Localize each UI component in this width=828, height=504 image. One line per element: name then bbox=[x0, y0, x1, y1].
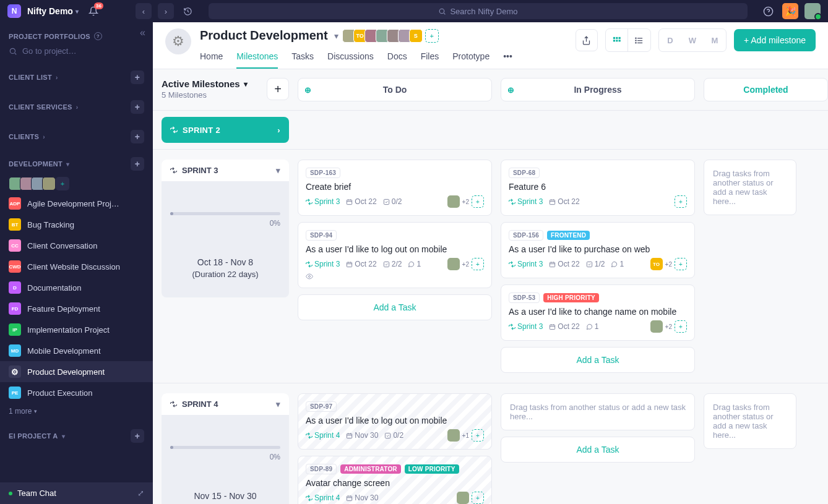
help-icon[interactable] bbox=[760, 3, 776, 19]
drop-zone[interactable]: Drag tasks from another status or add a … bbox=[704, 160, 796, 215]
project-item[interactable]: CCClient Conversation bbox=[0, 235, 153, 256]
svg-rect-17 bbox=[347, 262, 352, 267]
list-view-icon[interactable] bbox=[628, 29, 650, 51]
team-chat[interactable]: Team Chat⤢ bbox=[0, 482, 153, 504]
project-item[interactable]: ADPAgile Development Proj… bbox=[0, 193, 153, 214]
active-milestones-header[interactable]: Active Milestones ▾ 5 Milestones + bbox=[162, 78, 289, 100]
sidebar-section[interactable]: CLIENT SERVICES ›+ bbox=[0, 96, 153, 117]
tab-home[interactable]: Home bbox=[200, 48, 223, 69]
share-icon[interactable] bbox=[576, 29, 598, 51]
confetti-icon[interactable]: 🎉 bbox=[782, 3, 798, 19]
assign-icon[interactable]: + bbox=[675, 195, 687, 208]
drop-zone[interactable]: Drag tasks from another status or add a … bbox=[704, 393, 796, 449]
tab-milestones[interactable]: Milestones bbox=[236, 48, 278, 69]
show-more[interactable]: 1 more ▾ bbox=[0, 403, 153, 419]
task-card[interactable]: SDP-97 As a user I'd like to log out on … bbox=[298, 393, 492, 450]
grid-view-icon[interactable] bbox=[606, 29, 628, 51]
view-W[interactable]: W bbox=[681, 29, 704, 51]
svg-rect-6 bbox=[613, 40, 615, 41]
milestone-card[interactable]: SPRINT 4▾ 0% Nov 15 - Nov 30 bbox=[162, 393, 289, 504]
sidebar: « PROJECT PORTFOLIOS ? Go to project… CL… bbox=[0, 22, 153, 504]
svg-rect-24 bbox=[347, 434, 352, 438]
svg-rect-7 bbox=[616, 40, 618, 41]
task-card[interactable]: SDP-53HIGH PRIORITY As a user I'd like t… bbox=[501, 284, 695, 341]
add-project-icon[interactable]: + bbox=[131, 157, 144, 171]
add-milestone-icon[interactable]: + bbox=[267, 78, 289, 100]
add-person-icon[interactable]: ⊕ bbox=[507, 85, 514, 95]
project-item[interactable]: BTBug Tracking bbox=[0, 214, 153, 235]
nav-forward[interactable]: › bbox=[158, 3, 174, 19]
tab-tasks[interactable]: Tasks bbox=[291, 48, 314, 69]
tab-discussions[interactable]: Discussions bbox=[327, 48, 374, 69]
add-member-icon[interactable]: + bbox=[425, 29, 439, 43]
svg-rect-3 bbox=[613, 36, 615, 38]
workspace-switcher[interactable]: Nifty Demo ▾ bbox=[27, 6, 79, 16]
add-person-icon[interactable]: ⊕ bbox=[304, 85, 311, 95]
tab-files[interactable]: Files bbox=[421, 48, 439, 69]
svg-rect-21 bbox=[550, 262, 555, 267]
project-title[interactable]: Product Development bbox=[200, 28, 328, 43]
task-card[interactable]: SDP-163 Create brief Sprint 3 Oct 22 0/2… bbox=[298, 160, 492, 216]
add-task-button[interactable]: Add a Task bbox=[298, 294, 492, 320]
chevron-down-icon[interactable]: ▾ bbox=[334, 31, 339, 41]
view-M[interactable]: M bbox=[704, 29, 726, 51]
assign-icon[interactable]: + bbox=[472, 429, 484, 442]
notifications-icon[interactable]: 36 bbox=[88, 6, 98, 16]
sidebar-section[interactable]: CLIENT LIST ›+ bbox=[0, 67, 153, 88]
svg-point-0 bbox=[440, 9, 445, 14]
task-card[interactable]: SDP-89ADMINISTRATORLOW PRIORITY Avatar c… bbox=[298, 456, 492, 504]
add-milestone-button[interactable]: + Add milestone bbox=[734, 29, 816, 51]
sidebar-section[interactable]: CLIENTS ›+ bbox=[0, 126, 153, 147]
nav-back[interactable]: ‹ bbox=[136, 3, 152, 19]
portfolios-header[interactable]: PROJECT PORTFOLIOS ? bbox=[0, 28, 153, 44]
development-section[interactable]: DEVELOPMENT ▾+ bbox=[0, 153, 153, 174]
project-item[interactable]: PEProduct Execution bbox=[0, 382, 153, 403]
tab-prototype[interactable]: Prototype bbox=[452, 48, 489, 69]
ei-section[interactable]: EI PROJECT A ▾+ bbox=[0, 425, 153, 446]
column-in-progress: ⊕In Progress bbox=[501, 78, 695, 101]
more-tabs-icon[interactable]: ••• bbox=[503, 48, 512, 69]
assign-icon[interactable]: + bbox=[472, 492, 484, 504]
history-icon[interactable] bbox=[180, 3, 196, 19]
project-item[interactable]: FDFeature Deployment bbox=[0, 298, 153, 319]
sprint-2-header[interactable]: SPRINT 2› bbox=[162, 117, 289, 143]
tab-docs[interactable]: Docs bbox=[387, 48, 407, 69]
task-card[interactable]: SDP-94 As a user I'd like to log out on … bbox=[298, 222, 492, 288]
timescale-toggle[interactable]: DWM bbox=[658, 28, 727, 52]
project-item[interactable]: CWDClient Website Discussion bbox=[0, 256, 153, 277]
svg-rect-8 bbox=[619, 40, 621, 41]
dev-members: + bbox=[0, 174, 153, 193]
assign-icon[interactable]: + bbox=[472, 195, 484, 208]
assign-icon[interactable]: + bbox=[675, 320, 687, 333]
add-task-button[interactable]: Add a Task bbox=[501, 437, 695, 463]
task-card[interactable]: SDP-68 Feature 6 Sprint 3 Oct 22+ bbox=[501, 160, 695, 216]
collapse-sidebar-icon[interactable]: « bbox=[140, 27, 145, 38]
search-input[interactable]: Search Nifty Demo bbox=[209, 3, 748, 19]
project-item[interactable]: MDMobile Development bbox=[0, 340, 153, 361]
project-item[interactable]: DDocumentation bbox=[0, 277, 153, 298]
user-avatar[interactable] bbox=[804, 3, 821, 19]
chevron-down-icon[interactable]: ▾ bbox=[276, 399, 280, 409]
milestone-card[interactable]: SPRINT 3▾ 0% Oct 18 - Nov 8 (Duration 22… bbox=[162, 160, 289, 297]
chevron-down-icon[interactable]: ▾ bbox=[276, 166, 280, 175]
goto-project-input[interactable]: Go to project… bbox=[0, 44, 153, 58]
assign-icon[interactable]: + bbox=[472, 258, 484, 270]
assign-icon[interactable]: + bbox=[675, 258, 687, 270]
view-D[interactable]: D bbox=[659, 29, 681, 51]
drop-zone[interactable]: Drag tasks from another status or add a … bbox=[501, 393, 695, 430]
add-member-icon[interactable]: + bbox=[56, 177, 69, 190]
svg-rect-18 bbox=[384, 262, 389, 267]
project-item[interactable]: ⚙Product Development bbox=[0, 361, 153, 382]
logo: N bbox=[7, 4, 21, 18]
svg-rect-15 bbox=[347, 200, 352, 204]
svg-rect-16 bbox=[384, 199, 389, 204]
project-item[interactable]: IPImplementation Project bbox=[0, 319, 153, 340]
expand-icon[interactable]: ⤢ bbox=[137, 489, 144, 498]
task-card[interactable]: SDP-156FRONTEND As a user I'd like to pu… bbox=[501, 222, 695, 278]
project-header: ⚙ Product Development ▾ TOS + HomeMilest… bbox=[153, 22, 828, 69]
svg-point-14 bbox=[636, 42, 636, 43]
project-members[interactable]: TOS + bbox=[345, 29, 439, 43]
add-task-button[interactable]: Add a Task bbox=[501, 347, 695, 373]
board: Active Milestones ▾ 5 Milestones + ⊕To D… bbox=[153, 69, 828, 504]
svg-rect-25 bbox=[386, 433, 390, 438]
